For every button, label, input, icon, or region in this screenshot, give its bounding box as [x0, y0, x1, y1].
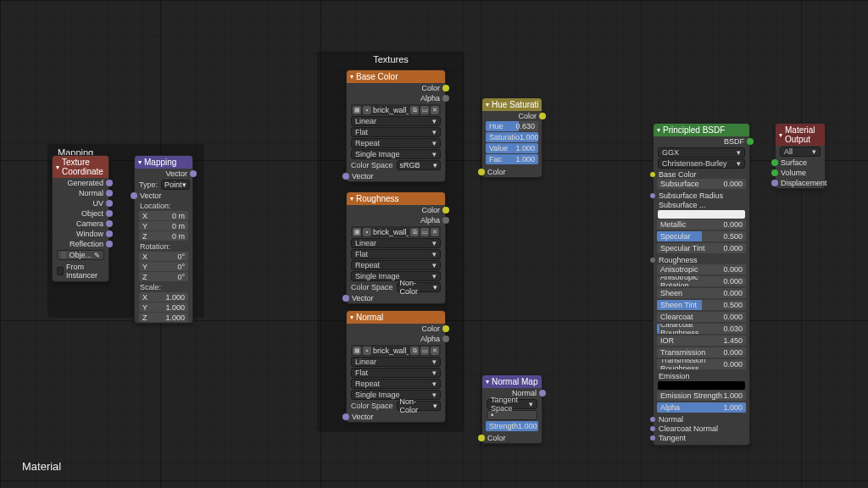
- rotation-y-field[interactable]: Y0°: [139, 262, 188, 271]
- space-dropdown[interactable]: Tangent Space▾: [487, 399, 537, 409]
- strength-slider[interactable]: Strength1.000: [486, 421, 538, 431]
- node-normal-map[interactable]: ▾Normal Map Normal Tangent Space▾ • Stre…: [481, 374, 542, 444]
- socket-in[interactable]: [478, 169, 485, 175]
- scale-y-field[interactable]: Y1.000: [139, 302, 188, 312]
- node-header[interactable]: ▾Principled BSDF: [654, 124, 749, 136]
- node-header[interactable]: ▾Mapping: [135, 156, 192, 169]
- socket-out[interactable]: [106, 220, 113, 227]
- unlink-icon[interactable]: ✕: [431, 106, 439, 114]
- scale-z-field[interactable]: Z1.000: [139, 313, 188, 322]
- image-browser[interactable]: ▦• brick_wall_001... ⧉▭✕: [351, 226, 441, 237]
- socket-out[interactable]: [442, 207, 449, 214]
- collapse-icon[interactable]: ▾: [56, 164, 59, 171]
- socket-out[interactable]: [442, 85, 449, 92]
- collapse-icon[interactable]: ▾: [486, 378, 489, 385]
- open-icon[interactable]: ▭: [420, 106, 429, 114]
- node-header[interactable]: ▾Hue Saturation Value: [482, 98, 542, 111]
- socket-out[interactable]: [106, 230, 113, 237]
- interpolation-dropdown[interactable]: Linear▾: [351, 116, 441, 126]
- interpolation-dropdown[interactable]: Linear▾: [351, 238, 441, 248]
- image-icon[interactable]: •: [363, 347, 371, 355]
- clearcoat roughness-slider[interactable]: Clearcoat Roughness0.030: [657, 324, 746, 334]
- socket-out[interactable]: [106, 210, 113, 217]
- scale-x-field[interactable]: X1.000: [139, 292, 188, 302]
- socket-in[interactable]: [650, 193, 655, 198]
- image-icon[interactable]: ▦: [353, 106, 361, 114]
- socket-in[interactable]: [650, 426, 655, 431]
- collapse-icon[interactable]: ▾: [486, 101, 489, 108]
- specular-slider[interactable]: Specular0.500: [657, 231, 746, 241]
- node-image-texture-tex_normal[interactable]: ▾Normal Color Alpha ▦• brick_wall_001...…: [346, 310, 446, 423]
- colorspace-dropdown[interactable]: Non-Color▾: [397, 401, 441, 411]
- target-dropdown[interactable]: All▾: [780, 147, 821, 157]
- metallic-slider[interactable]: Metallic0.000: [657, 219, 746, 230]
- node-header[interactable]: ▾Roughness: [347, 192, 445, 205]
- node-image-texture-tex_rough[interactable]: ▾Roughness Color Alpha ▦• brick_wall_001…: [346, 191, 446, 304]
- image-icon[interactable]: ▦: [353, 347, 361, 355]
- value-slider[interactable]: Value1.000: [486, 143, 538, 153]
- socket-in[interactable]: [650, 417, 655, 422]
- image-icon[interactable]: •: [363, 106, 371, 114]
- projection-dropdown[interactable]: Flat▾: [351, 368, 441, 378]
- image-browser[interactable]: ▦• brick_wall_001... ⧉▭✕: [351, 104, 441, 115]
- socket-out[interactable]: [747, 138, 754, 145]
- node-material-output[interactable]: ▾Material Output All▾ SurfaceVolumeDispl…: [775, 123, 826, 189]
- collapse-icon[interactable]: ▾: [350, 195, 353, 202]
- unlink-icon[interactable]: ✕: [431, 228, 439, 236]
- unlink-icon[interactable]: ✕: [431, 347, 439, 355]
- sheen tint-slider[interactable]: Sheen Tint0.500: [657, 300, 746, 310]
- users-icon[interactable]: ⧉: [410, 106, 419, 114]
- socket-in[interactable]: [342, 295, 349, 302]
- subsurface-dropdown[interactable]: Christensen-Burley▾: [658, 158, 745, 169]
- extension-dropdown[interactable]: Repeat▾: [351, 260, 441, 270]
- node-header[interactable]: ▾Normal: [347, 311, 445, 324]
- extension-dropdown[interactable]: Repeat▾: [351, 379, 441, 389]
- users-icon[interactable]: ⧉: [410, 228, 419, 236]
- socket-in[interactable]: [650, 435, 655, 441]
- color-field[interactable]: [658, 381, 745, 390]
- collapse-icon[interactable]: ▾: [350, 313, 353, 321]
- rotation-x-field[interactable]: X0°: [139, 252, 188, 261]
- transmission roughness-slider[interactable]: Transmission Roughness0.000: [657, 359, 746, 369]
- socket-in[interactable]: [131, 192, 137, 199]
- socket-in[interactable]: [478, 435, 485, 441]
- socket-in[interactable]: [342, 173, 349, 180]
- image-icon[interactable]: ▦: [353, 228, 361, 236]
- collapse-icon[interactable]: ▾: [138, 158, 142, 166]
- anisotropic-slider[interactable]: Anisotropic0.000: [657, 264, 746, 274]
- users-icon[interactable]: ⧉: [410, 347, 419, 355]
- socket-in[interactable]: [650, 258, 655, 263]
- colorspace-dropdown[interactable]: Non-Color▾: [397, 282, 441, 292]
- collapse-icon[interactable]: ▾: [779, 131, 782, 139]
- socket-out[interactable]: [442, 217, 449, 224]
- socket-out[interactable]: [106, 190, 113, 197]
- image-browser[interactable]: ▦• brick_wall_001... ⧉▭✕: [351, 345, 441, 356]
- location-y-field[interactable]: Y0 m: [139, 221, 188, 230]
- type-dropdown[interactable]: Point▾: [161, 180, 190, 190]
- interpolation-dropdown[interactable]: Linear▾: [351, 357, 441, 367]
- socket-out[interactable]: [442, 325, 449, 332]
- node-hue-saturation[interactable]: ▾Hue Saturation Value Color Hue0.630Satu…: [481, 97, 542, 178]
- fac-slider[interactable]: Fac1.000: [486, 154, 538, 164]
- from-instancer-check[interactable]: From Instancer: [53, 261, 108, 281]
- eyedropper-icon[interactable]: ✎: [94, 252, 100, 259]
- color-field[interactable]: [658, 210, 745, 219]
- colorspace-dropdown[interactable]: sRGB▾: [397, 160, 441, 170]
- saturatio-slider[interactable]: Saturatio1.000: [486, 132, 538, 142]
- socket-out[interactable]: [539, 113, 546, 119]
- ior-slider[interactable]: IOR1.450: [657, 336, 746, 346]
- hue-slider[interactable]: Hue0.630: [486, 121, 538, 131]
- frame-dropdown[interactable]: Single Image▾: [351, 149, 441, 159]
- socket-out[interactable]: [106, 180, 113, 186]
- socket-in[interactable]: [771, 169, 778, 176]
- open-icon[interactable]: ▭: [420, 228, 429, 236]
- node-principled-bsdf[interactable]: ▾Principled BSDF BSDF GGX▾ Christensen-B…: [653, 123, 750, 446]
- socket-in[interactable]: [650, 172, 655, 177]
- node-header[interactable]: ▾Base Color: [347, 70, 445, 83]
- image-icon[interactable]: •: [363, 228, 371, 236]
- node-image-texture-tex_base[interactable]: ▾Base Color Color Alpha ▦• brick_wall_00…: [346, 69, 446, 182]
- socket-out[interactable]: [442, 95, 449, 102]
- anisotropic rotation-slider[interactable]: Anisotropic Rotation0.000: [657, 276, 746, 286]
- socket-out[interactable]: [539, 390, 546, 396]
- node-header[interactable]: ▾Material Output: [776, 124, 825, 146]
